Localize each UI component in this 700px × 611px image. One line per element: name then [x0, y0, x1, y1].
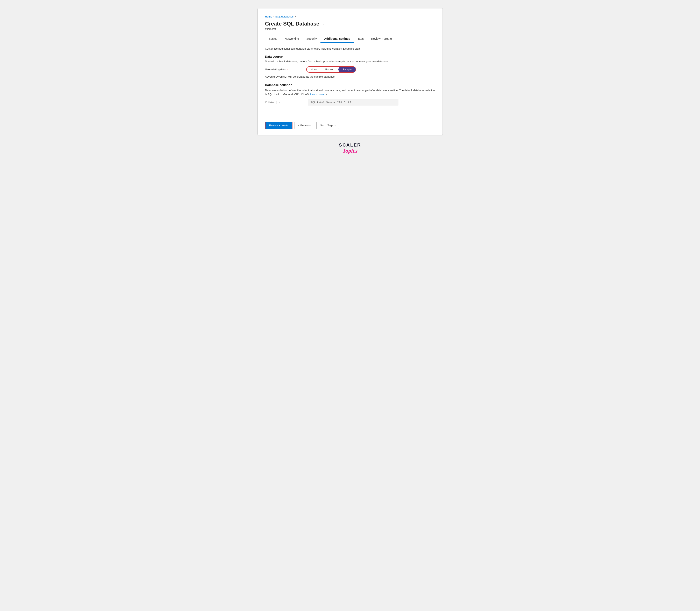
external-link-icon: ↗ [325, 93, 327, 96]
breadcrumb-sep1: > [273, 15, 275, 18]
tab-networking[interactable]: Networking [281, 35, 303, 43]
breadcrumb-home[interactable]: Home [265, 15, 272, 18]
toggle-backup[interactable]: Backup [321, 67, 338, 72]
use-existing-data-row: Use existing data * None Backup Sample [265, 66, 435, 73]
database-collation-title: Database collation [265, 83, 435, 87]
breadcrumb-sql-databases[interactable]: SQL databases [275, 15, 294, 18]
data-source-description: Start with a blank database, restore fro… [265, 60, 435, 63]
scaler-title: SCALER [339, 143, 361, 148]
tab-bar: Basics Networking Security Additional se… [265, 35, 435, 43]
tab-basics[interactable]: Basics [265, 35, 281, 43]
sample-note: AdventureWorksLT will be created as the … [265, 75, 435, 78]
breadcrumb-sep2: > [294, 15, 296, 18]
data-source-toggle-group: None Backup Sample [306, 66, 356, 73]
previous-button[interactable]: < Previous [295, 122, 314, 129]
page-title: Create SQL Database [265, 20, 319, 27]
learn-more-link[interactable]: Learn more [310, 93, 324, 96]
tab-tags[interactable]: Tags [354, 35, 368, 43]
footer-bar: Review + create < Previous Next : Tags > [265, 118, 435, 129]
tab-review-create[interactable]: Review + create [368, 35, 396, 43]
use-existing-data-label: Use existing data * [265, 68, 306, 71]
toggle-sample[interactable]: Sample [338, 67, 356, 72]
tab-description: Customize additional configuration param… [265, 47, 435, 50]
collation-field-row: Collation i [265, 99, 435, 106]
page-title-row: Create SQL Database ... [265, 20, 435, 27]
collation-label: Collation i [265, 101, 306, 104]
more-options-button[interactable]: ... [321, 21, 326, 26]
main-card: Home > SQL databases > Create SQL Databa… [257, 8, 443, 135]
collation-input[interactable] [308, 99, 399, 106]
tab-additional-settings[interactable]: Additional settings [321, 35, 354, 43]
breadcrumb: Home > SQL databases > [265, 15, 435, 18]
toggle-none[interactable]: None [307, 67, 321, 72]
tab-security[interactable]: Security [303, 35, 321, 43]
next-tags-button[interactable]: Next : Tags > [316, 122, 339, 129]
scaler-topics: Topics [342, 148, 358, 154]
data-source-title: Data source [265, 55, 435, 58]
review-create-button[interactable]: Review + create [265, 122, 293, 129]
scaler-brand: SCALER Topics [339, 143, 361, 154]
collation-info-icon[interactable]: i [276, 101, 280, 104]
required-indicator: * [286, 68, 288, 71]
page-subtitle: Microsoft [265, 27, 435, 30]
collation-description: Database collation defines the rules tha… [265, 88, 435, 96]
